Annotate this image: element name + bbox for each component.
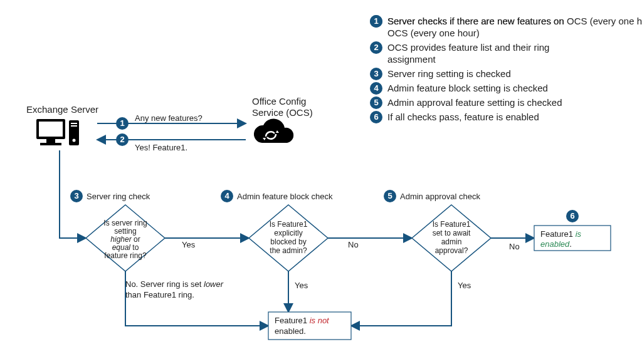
d3-no-line1: No. Server ring is set lower [125, 279, 224, 289]
svg-text:admin: admin [441, 237, 462, 246]
svg-text:Server checks if there are new: Server checks if there are new features … [387, 16, 564, 26]
a-text: Yes! Feature1. [135, 143, 187, 152]
server-icon [36, 119, 79, 145]
svg-text:Is Feature1: Is Feature1 [270, 220, 308, 229]
svg-text:equal to: equal to [112, 243, 139, 252]
svg-text:Feature1 is: Feature1 is [540, 229, 582, 239]
svg-text:the admin?: the admin? [270, 246, 307, 255]
svg-rect-1 [39, 122, 63, 137]
decision-5: 5 Admin approval check Is Feature1 set t… [384, 190, 491, 271]
svg-text:assignment: assignment [387, 54, 436, 65]
diagram-canvas: Exchange Server Office Config Service (O… [0, 0, 642, 364]
ocs-label-2: Service (OCS) [252, 107, 313, 118]
svg-rect-3 [40, 143, 61, 145]
svg-text:1: 1 [120, 118, 124, 128]
ocs-node: Office Config Service (OCS) [252, 96, 313, 143]
d5-no-label: No [509, 242, 520, 251]
svg-text:2: 2 [120, 135, 124, 144]
svg-text:6: 6 [374, 112, 378, 122]
ocs-label-1: Office Config [252, 96, 306, 107]
svg-text:approval?: approval? [435, 246, 468, 255]
svg-text:Is server ring: Is server ring [103, 219, 147, 227]
decision-4-title: Admin feature block check [237, 192, 333, 201]
svg-text:If all checks pass, feature is: If all checks pass, feature is enabled [387, 112, 539, 122]
svg-text:enabled.: enabled. [275, 326, 306, 336]
svg-text:5: 5 [374, 98, 378, 107]
svg-text:4: 4 [374, 83, 379, 93]
svg-text:feature ring?: feature ring? [104, 251, 147, 260]
legend-box: 1 Server checks if there are new feature… [370, 15, 564, 123]
svg-text:2: 2 [374, 43, 378, 52]
cloud-icon [254, 119, 293, 143]
exchange-server-node: Exchange Server [26, 104, 98, 145]
svg-rect-2 [46, 139, 55, 143]
exchange-server-label: Exchange Server [26, 104, 98, 115]
decision-3-title: Server ring check [87, 192, 150, 201]
svg-text:3: 3 [374, 69, 378, 78]
svg-text:6: 6 [570, 211, 574, 221]
d5-yes-label: Yes [458, 281, 471, 290]
svg-rect-5 [71, 123, 77, 124]
svg-text:1: 1 [374, 16, 378, 26]
d3-no: No. Server ring is set lower than Featur… [125, 271, 268, 326]
svg-text:5: 5 [387, 191, 392, 200]
d3-yes-label: Yes [182, 240, 196, 249]
decision-4: 4 Admin feature block check Is Feature1 … [221, 190, 333, 271]
svg-point-7 [73, 139, 76, 142]
svg-text:set to await: set to await [433, 229, 471, 237]
d4-no-label: No [348, 240, 359, 249]
d3-no-line2: than Feature1 ring. [125, 290, 194, 299]
svg-text:explicitly: explicitly [274, 229, 302, 237]
svg-text:blocked by: blocked by [270, 237, 306, 246]
result-enabled: 6 Feature1 is enabled. [534, 210, 611, 251]
decision-3: 3 Server ring check Is server ring setti… [70, 190, 165, 271]
d5-yes-arrow [351, 271, 451, 326]
svg-text:Admin feature block setting is: Admin feature block setting is checked [387, 83, 548, 93]
svg-text:OCS (every one hour): OCS (every one hour) [387, 28, 480, 38]
svg-rect-63 [369, 8, 632, 14]
q-text: Any new features? [135, 113, 203, 123]
svg-text:3: 3 [74, 191, 78, 200]
svg-text:OCS provides feature list and : OCS provides feature list and their ring [387, 42, 549, 53]
svg-text:enabled.: enabled. [540, 239, 572, 249]
svg-text:Admin approval feature setting: Admin approval feature setting is checke… [387, 97, 562, 108]
decision-5-title: Admin approval check [400, 192, 480, 201]
svg-text:Feature1 is not: Feature1 is not [275, 316, 330, 325]
svg-rect-6 [71, 125, 77, 127]
result-not-enabled: Feature1 is not enabled. [268, 312, 351, 340]
svg-text:higher or: higher or [110, 235, 140, 244]
svg-text:Is Feature1: Is Feature1 [433, 220, 471, 229]
svg-text:4: 4 [224, 191, 229, 200]
top-exchange-arrows: 1 Any new features? 2 Yes! Feature1. [97, 113, 246, 152]
svg-text:Server ring setting is checked: Server ring setting is checked [387, 68, 511, 79]
d4-yes-label: Yes [295, 281, 308, 290]
svg-text:setting: setting [114, 227, 136, 236]
